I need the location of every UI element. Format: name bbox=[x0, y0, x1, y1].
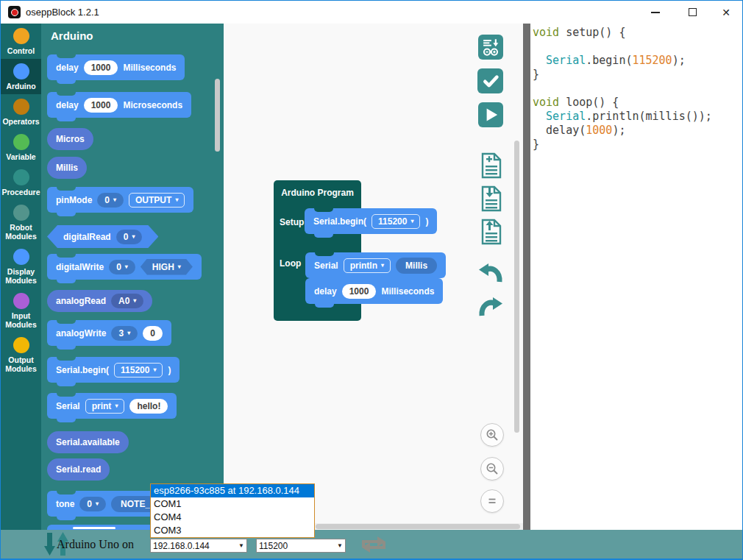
flyout-scrollbar[interactable] bbox=[215, 79, 220, 152]
partial-block-field bbox=[73, 527, 115, 529]
minimize-icon bbox=[651, 12, 660, 13]
toolbox-block-digitalread[interactable]: digitalRead0▾ bbox=[47, 225, 158, 248]
text-input-field[interactable]: hello! bbox=[129, 399, 168, 414]
block-label: Milliseconds bbox=[123, 63, 176, 73]
block-label: Microseconds bbox=[123, 100, 182, 110]
code-token bbox=[533, 54, 546, 67]
workspace-block-ws-serial-begin[interactable]: Serial.begin(115200▾) bbox=[305, 208, 437, 234]
field-value: 0 bbox=[104, 195, 110, 205]
toolbox-block-serial-print[interactable]: Serialprint▾hello! bbox=[47, 393, 177, 419]
toolbox-block-delay-us[interactable]: delay1000Microseconds bbox=[47, 92, 191, 118]
block-bump bbox=[57, 118, 76, 121]
dropdown-arrow-icon: ▼ bbox=[337, 542, 343, 549]
toolbox-block-analogread[interactable]: analogReadA0▾ bbox=[47, 290, 152, 312]
dropdown-field[interactable]: print▾ bbox=[85, 399, 125, 414]
workspace-block-ws-serial-println[interactable]: Serialprintln▾Millis bbox=[305, 252, 446, 278]
value-block[interactable]: Millis bbox=[396, 258, 437, 274]
caret-down-icon: ▾ bbox=[410, 219, 413, 224]
code-line bbox=[533, 82, 742, 96]
dropdown-field[interactable]: 115200▾ bbox=[372, 214, 420, 229]
file-save-icon[interactable] bbox=[480, 185, 502, 215]
block-notch bbox=[57, 491, 76, 495]
dropdown-field[interactable]: HIGH▾ bbox=[141, 259, 193, 275]
category-dot-icon bbox=[13, 28, 29, 44]
text-input-field[interactable]: 1000 bbox=[84, 60, 118, 75]
sidebar-item-display-modules[interactable]: DisplayModules bbox=[1, 244, 41, 288]
partial-block[interactable] bbox=[47, 525, 159, 530]
category-dot-icon bbox=[13, 293, 29, 309]
panel-splitter[interactable] bbox=[523, 24, 530, 530]
verify-icon[interactable] bbox=[477, 68, 503, 93]
workspace-block-ws-delay[interactable]: delay1000Milliseconds bbox=[305, 278, 443, 304]
dropdown-field[interactable]: 115200▾ bbox=[114, 363, 163, 378]
auto-reconnect-icon[interactable] bbox=[358, 532, 390, 557]
port-option[interactable]: COM4 bbox=[151, 511, 314, 524]
sidebar-item-control[interactable]: Control bbox=[1, 24, 41, 59]
minimize-button[interactable] bbox=[643, 1, 668, 24]
dropdown-field[interactable]: 0▾ bbox=[79, 497, 106, 511]
block-label: Serial.available bbox=[56, 437, 120, 447]
file-new-icon[interactable] bbox=[480, 152, 502, 182]
app-logo-icon bbox=[8, 6, 21, 18]
sidebar-item-input-modules[interactable]: InputModules bbox=[1, 288, 41, 333]
dropdown-field[interactable]: 3▾ bbox=[111, 326, 138, 341]
code-token: void bbox=[533, 26, 559, 39]
zoom-reset-icon bbox=[486, 495, 499, 508]
text-input-field[interactable]: 0 bbox=[143, 326, 163, 341]
code-line bbox=[533, 40, 742, 54]
toolbox-block-analogwrite[interactable]: analogWrite3▾0 bbox=[47, 320, 171, 346]
dropdown-field[interactable]: println▾ bbox=[344, 258, 391, 273]
sidebar-item-procedure[interactable]: Procedure bbox=[1, 165, 41, 200]
dropdown-field[interactable]: A0▾ bbox=[111, 294, 143, 308]
code-line: } bbox=[533, 138, 742, 152]
run-upload-icon[interactable] bbox=[478, 102, 503, 127]
port-select[interactable]: 192.168.0.144 ▼ bbox=[150, 539, 247, 553]
undo-icon[interactable] bbox=[477, 261, 504, 291]
block-notch bbox=[315, 252, 334, 256]
dropdown-field[interactable]: 0▾ bbox=[116, 230, 143, 244]
file-open-icon[interactable] bbox=[480, 219, 502, 248]
code-token bbox=[533, 110, 546, 123]
maximize-button[interactable] bbox=[680, 1, 705, 24]
redo-icon[interactable] bbox=[477, 295, 504, 325]
dropdown-field[interactable]: 0▾ bbox=[109, 260, 135, 274]
dropdown-field[interactable]: 0▾ bbox=[97, 193, 124, 208]
baud-select[interactable]: 115200 ▼ bbox=[256, 539, 346, 553]
toolbox-block-serial-read[interactable]: Serial.read bbox=[47, 458, 110, 481]
zoom-out-button[interactable] bbox=[480, 457, 504, 481]
blocks-to-code-icon[interactable] bbox=[478, 35, 503, 60]
toolbox-block-delay-ms[interactable]: delay1000Milliseconds bbox=[47, 54, 185, 80]
port-dropdown-list: esp8266-93c885 at 192.168.0.144COM1COM4C… bbox=[150, 483, 315, 538]
code-line: delay(1000); bbox=[533, 124, 742, 138]
close-button[interactable]: ✕ bbox=[714, 1, 739, 24]
category-dot-icon bbox=[13, 99, 29, 115]
toolbox-block-pinmode[interactable]: pinMode0▾OUTPUT▾ bbox=[47, 187, 193, 213]
sidebar-item-output-modules[interactable]: OutputModules bbox=[1, 333, 41, 377]
sidebar-item-robot-modules[interactable]: RobotModules bbox=[1, 200, 41, 244]
block-label: Serial.begin( bbox=[56, 365, 109, 375]
sidebar-item-arduino[interactable]: Arduino bbox=[1, 59, 41, 94]
toolbox-block-digitalwrite[interactable]: digitalWrite0▾HIGH▾ bbox=[47, 254, 202, 280]
zoom-in-button[interactable] bbox=[480, 423, 504, 447]
port-option[interactable]: COM1 bbox=[151, 497, 314, 511]
app-window: oseppBlock 1.2.1 ✕ ControlArduinoOperato… bbox=[0, 0, 743, 560]
toolbox-block-serial-available[interactable]: Serial.available bbox=[47, 431, 129, 453]
toolbox-block-millis[interactable]: Millis bbox=[47, 157, 87, 179]
block-label: delay bbox=[56, 100, 79, 110]
toolbox-block-serial-begin[interactable]: Serial.begin(115200▾) bbox=[47, 357, 179, 383]
zoom-reset-button[interactable] bbox=[480, 489, 504, 513]
workspace-horizontal-scrollbar[interactable] bbox=[316, 524, 520, 529]
dropdown-field[interactable]: OUTPUT▾ bbox=[129, 193, 185, 208]
text-input-field[interactable]: 1000 bbox=[84, 98, 118, 113]
category-dot-icon bbox=[13, 205, 29, 221]
toolbox-block-micros[interactable]: Micros bbox=[47, 128, 93, 150]
code-line: Serial.begin(115200); bbox=[533, 54, 742, 68]
sidebar-item-variable[interactable]: Variable bbox=[1, 130, 41, 165]
text-input-field[interactable]: 1000 bbox=[342, 284, 377, 299]
sidebar-item-operators[interactable]: Operators bbox=[1, 94, 41, 130]
caret-down-icon: ▾ bbox=[175, 197, 178, 203]
block-label: analogWrite bbox=[56, 328, 106, 339]
workspace-vertical-scrollbar[interactable] bbox=[514, 141, 519, 433]
port-option[interactable]: esp8266-93c885 at 192.168.0.144 bbox=[151, 484, 314, 497]
port-option[interactable]: COM3 bbox=[151, 524, 314, 537]
